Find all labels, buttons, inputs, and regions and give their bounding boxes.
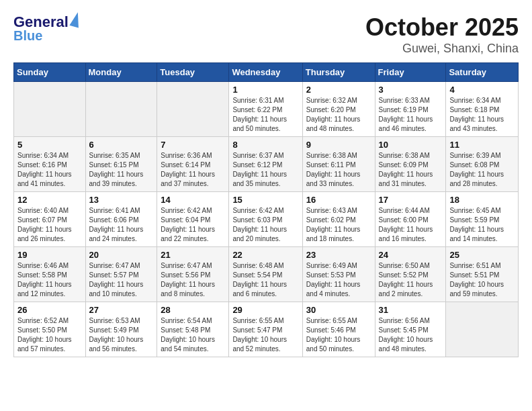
day-info: Sunrise: 6:44 AM Sunset: 6:00 PM Dayligh… [379, 206, 443, 244]
day-number: 19 [17, 250, 82, 260]
weekday-header-tuesday: Tuesday [157, 63, 229, 82]
calendar-cell: 8Sunrise: 6:37 AM Sunset: 6:12 PM Daylig… [229, 137, 302, 192]
calendar-cell: 21Sunrise: 6:47 AM Sunset: 5:56 PM Dayli… [157, 247, 229, 302]
day-info: Sunrise: 6:32 AM Sunset: 6:20 PM Dayligh… [306, 96, 371, 134]
day-info: Sunrise: 6:39 AM Sunset: 6:08 PM Dayligh… [449, 151, 515, 189]
day-info: Sunrise: 6:46 AM Sunset: 5:58 PM Dayligh… [17, 261, 82, 299]
day-number: 25 [449, 250, 515, 260]
calendar-cell: 4Sunrise: 6:34 AM Sunset: 6:18 PM Daylig… [446, 82, 519, 137]
day-number: 8 [232, 140, 298, 150]
calendar-cell: 13Sunrise: 6:41 AM Sunset: 6:06 PM Dayli… [85, 192, 157, 247]
calendar-cell: 20Sunrise: 6:47 AM Sunset: 5:57 PM Dayli… [85, 247, 157, 302]
day-info: Sunrise: 6:31 AM Sunset: 6:22 PM Dayligh… [232, 96, 298, 134]
calendar-cell [446, 302, 519, 357]
calendar-cell: 7Sunrise: 6:36 AM Sunset: 6:14 PM Daylig… [157, 137, 229, 192]
day-number: 17 [379, 195, 443, 205]
calendar-cell: 2Sunrise: 6:32 AM Sunset: 6:20 PM Daylig… [302, 82, 375, 137]
day-number: 9 [306, 140, 371, 150]
weekday-header-sunday: Sunday [14, 63, 86, 82]
calendar-week-3: 12Sunrise: 6:40 AM Sunset: 6:07 PM Dayli… [14, 192, 519, 247]
calendar-week-4: 19Sunrise: 6:46 AM Sunset: 5:58 PM Dayli… [14, 247, 519, 302]
logo: General Blue [13, 13, 81, 44]
day-number: 24 [379, 250, 443, 260]
day-info: Sunrise: 6:49 AM Sunset: 5:53 PM Dayligh… [306, 261, 371, 299]
calendar-cell: 19Sunrise: 6:46 AM Sunset: 5:58 PM Dayli… [14, 247, 86, 302]
day-number: 3 [379, 85, 443, 95]
logo-blue: Blue [13, 28, 42, 44]
day-info: Sunrise: 6:42 AM Sunset: 6:03 PM Dayligh… [232, 206, 298, 244]
logo-icon [69, 11, 82, 28]
day-info: Sunrise: 6:40 AM Sunset: 6:07 PM Dayligh… [17, 206, 82, 244]
calendar-cell: 30Sunrise: 6:55 AM Sunset: 5:46 PM Dayli… [302, 302, 375, 357]
day-info: Sunrise: 6:55 AM Sunset: 5:46 PM Dayligh… [306, 316, 371, 354]
day-number: 30 [306, 305, 371, 315]
day-number: 22 [232, 250, 298, 260]
day-number: 15 [232, 195, 298, 205]
day-number: 26 [17, 305, 82, 315]
day-info: Sunrise: 6:52 AM Sunset: 5:50 PM Dayligh… [17, 316, 82, 354]
day-info: Sunrise: 6:41 AM Sunset: 6:06 PM Dayligh… [89, 206, 154, 244]
day-number: 5 [17, 140, 82, 150]
calendar-cell: 23Sunrise: 6:49 AM Sunset: 5:53 PM Dayli… [302, 247, 375, 302]
title-area: October 2025 Guwei, Shanxi, China [365, 13, 519, 56]
day-info: Sunrise: 6:55 AM Sunset: 5:47 PM Dayligh… [232, 316, 298, 354]
location-title: Guwei, Shanxi, China [365, 42, 519, 56]
calendar-cell: 9Sunrise: 6:38 AM Sunset: 6:11 PM Daylig… [302, 137, 375, 192]
calendar-cell: 6Sunrise: 6:35 AM Sunset: 6:15 PM Daylig… [85, 137, 157, 192]
month-title: October 2025 [365, 13, 519, 42]
weekday-header-saturday: Saturday [446, 63, 519, 82]
weekday-header-friday: Friday [375, 63, 446, 82]
day-info: Sunrise: 6:47 AM Sunset: 5:57 PM Dayligh… [89, 261, 154, 299]
day-number: 21 [161, 250, 225, 260]
day-info: Sunrise: 6:53 AM Sunset: 5:49 PM Dayligh… [89, 316, 154, 354]
calendar-cell: 24Sunrise: 6:50 AM Sunset: 5:52 PM Dayli… [375, 247, 446, 302]
calendar-cell: 11Sunrise: 6:39 AM Sunset: 6:08 PM Dayli… [446, 137, 519, 192]
weekday-header-row: SundayMondayTuesdayWednesdayThursdayFrid… [14, 63, 519, 82]
day-info: Sunrise: 6:56 AM Sunset: 5:45 PM Dayligh… [379, 316, 443, 354]
day-number: 23 [306, 250, 371, 260]
calendar-cell: 26Sunrise: 6:52 AM Sunset: 5:50 PM Dayli… [14, 302, 86, 357]
calendar-cell: 12Sunrise: 6:40 AM Sunset: 6:07 PM Dayli… [14, 192, 86, 247]
calendar-cell: 3Sunrise: 6:33 AM Sunset: 6:19 PM Daylig… [375, 82, 446, 137]
calendar-table: SundayMondayTuesdayWednesdayThursdayFrid… [13, 62, 519, 357]
day-number: 18 [449, 195, 515, 205]
calendar-cell: 29Sunrise: 6:55 AM Sunset: 5:47 PM Dayli… [229, 302, 302, 357]
calendar-week-2: 5Sunrise: 6:34 AM Sunset: 6:16 PM Daylig… [14, 137, 519, 192]
day-number: 1 [232, 85, 298, 95]
day-number: 29 [232, 305, 298, 315]
day-number: 4 [449, 85, 515, 95]
weekday-header-thursday: Thursday [302, 63, 375, 82]
page-header: General Blue October 2025 Guwei, Shanxi,… [13, 13, 519, 56]
day-info: Sunrise: 6:36 AM Sunset: 6:14 PM Dayligh… [161, 151, 225, 189]
calendar-week-1: 1Sunrise: 6:31 AM Sunset: 6:22 PM Daylig… [14, 82, 519, 137]
calendar-week-5: 26Sunrise: 6:52 AM Sunset: 5:50 PM Dayli… [14, 302, 519, 357]
calendar-cell: 18Sunrise: 6:45 AM Sunset: 5:59 PM Dayli… [446, 192, 519, 247]
weekday-header-monday: Monday [85, 63, 157, 82]
calendar-cell: 5Sunrise: 6:34 AM Sunset: 6:16 PM Daylig… [14, 137, 86, 192]
calendar-cell [157, 82, 229, 137]
calendar-cell: 27Sunrise: 6:53 AM Sunset: 5:49 PM Dayli… [85, 302, 157, 357]
day-number: 6 [89, 140, 154, 150]
day-number: 2 [306, 85, 371, 95]
day-number: 20 [89, 250, 154, 260]
calendar-cell: 14Sunrise: 6:42 AM Sunset: 6:04 PM Dayli… [157, 192, 229, 247]
day-info: Sunrise: 6:38 AM Sunset: 6:11 PM Dayligh… [306, 151, 371, 189]
day-info: Sunrise: 6:51 AM Sunset: 5:51 PM Dayligh… [449, 261, 515, 299]
day-info: Sunrise: 6:37 AM Sunset: 6:12 PM Dayligh… [232, 151, 298, 189]
calendar-cell [14, 82, 86, 137]
calendar-cell [85, 82, 157, 137]
day-info: Sunrise: 6:35 AM Sunset: 6:15 PM Dayligh… [89, 151, 154, 189]
day-info: Sunrise: 6:38 AM Sunset: 6:09 PM Dayligh… [379, 151, 443, 189]
day-number: 11 [449, 140, 515, 150]
calendar-cell: 25Sunrise: 6:51 AM Sunset: 5:51 PM Dayli… [446, 247, 519, 302]
day-number: 14 [161, 195, 225, 205]
day-info: Sunrise: 6:47 AM Sunset: 5:56 PM Dayligh… [161, 261, 225, 299]
day-info: Sunrise: 6:50 AM Sunset: 5:52 PM Dayligh… [379, 261, 443, 299]
day-number: 31 [379, 305, 443, 315]
calendar-cell: 1Sunrise: 6:31 AM Sunset: 6:22 PM Daylig… [229, 82, 302, 137]
day-number: 10 [379, 140, 443, 150]
calendar-cell: 22Sunrise: 6:48 AM Sunset: 5:54 PM Dayli… [229, 247, 302, 302]
calendar-cell: 28Sunrise: 6:54 AM Sunset: 5:48 PM Dayli… [157, 302, 229, 357]
day-info: Sunrise: 6:45 AM Sunset: 5:59 PM Dayligh… [449, 206, 515, 244]
calendar-cell: 15Sunrise: 6:42 AM Sunset: 6:03 PM Dayli… [229, 192, 302, 247]
